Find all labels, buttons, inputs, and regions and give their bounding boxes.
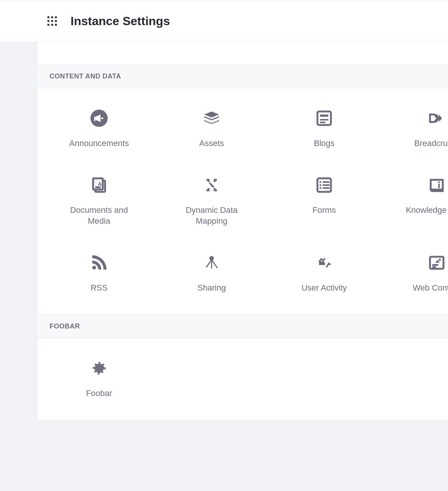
tile-dynamic-data-mapping[interactable]: Dynamic Data Mapping bbox=[155, 170, 268, 233]
documents-icon: A bbox=[90, 176, 108, 194]
tile-label: RSS bbox=[90, 282, 107, 294]
forms-icon bbox=[315, 176, 333, 194]
tile-foobar[interactable]: Foobar bbox=[43, 353, 155, 405]
topbar: Instance Settings bbox=[0, 0, 448, 42]
svg-rect-21 bbox=[323, 181, 329, 183]
tile-label: Forms bbox=[313, 205, 336, 216]
blog-icon bbox=[315, 109, 333, 127]
rss-icon bbox=[90, 254, 108, 272]
tile-web-content[interactable]: Web Content bbox=[380, 248, 448, 300]
grid-foobar: Foobar bbox=[38, 338, 448, 420]
tile-forms[interactable]: Forms bbox=[268, 170, 380, 233]
svg-rect-10 bbox=[101, 117, 103, 119]
svg-rect-13 bbox=[320, 119, 328, 120]
user-activity-icon bbox=[315, 254, 333, 272]
tile-label: Foobar bbox=[86, 388, 112, 399]
svg-rect-5 bbox=[55, 20, 57, 22]
tile-label: Knowledge Base bbox=[406, 205, 448, 216]
tile-knowledge-base[interactable]: Knowledge Base bbox=[380, 170, 448, 233]
svg-rect-26 bbox=[438, 181, 440, 183]
svg-rect-8 bbox=[55, 24, 57, 26]
datamap-icon bbox=[203, 176, 221, 194]
svg-rect-27 bbox=[438, 184, 440, 188]
stack-icon bbox=[203, 109, 221, 127]
tile-label: Breadcrumb bbox=[414, 138, 448, 149]
svg-rect-12 bbox=[320, 114, 328, 117]
gear-icon bbox=[90, 359, 108, 377]
svg-line-31 bbox=[206, 260, 212, 267]
section-header-content-and-data: CONTENT AND DATA bbox=[38, 65, 448, 88]
page-title: Instance Settings bbox=[71, 14, 170, 28]
tile-label: User Activity bbox=[301, 282, 347, 294]
tile-rss[interactable]: RSS bbox=[43, 248, 155, 300]
svg-rect-1 bbox=[51, 17, 53, 18]
grid-content-and-data: Announcements Assets Blog bbox=[38, 88, 448, 315]
tile-sharing[interactable]: Sharing bbox=[155, 248, 268, 300]
svg-point-24 bbox=[320, 187, 322, 189]
svg-point-29 bbox=[92, 266, 96, 270]
svg-rect-23 bbox=[323, 184, 329, 186]
tile-user-activity[interactable]: User Activity bbox=[268, 248, 380, 300]
svg-rect-0 bbox=[48, 17, 50, 18]
breadcrumb-icon bbox=[428, 109, 446, 127]
apps-menu-icon[interactable] bbox=[46, 15, 59, 27]
svg-point-35 bbox=[439, 259, 441, 261]
svg-rect-4 bbox=[51, 20, 53, 22]
svg-rect-25 bbox=[323, 187, 329, 189]
web-content-icon bbox=[428, 254, 446, 272]
svg-point-20 bbox=[320, 181, 322, 183]
svg-rect-2 bbox=[55, 17, 57, 18]
svg-point-22 bbox=[320, 184, 322, 186]
tile-assets[interactable]: Assets bbox=[155, 103, 268, 155]
panel-top-spacer bbox=[38, 42, 448, 65]
tile-label: Announcements bbox=[69, 138, 129, 149]
svg-rect-6 bbox=[48, 24, 50, 26]
tile-label: Documents and Media bbox=[58, 205, 140, 227]
tile-documents-and-media[interactable]: A Documents and Media bbox=[43, 170, 155, 233]
svg-rect-3 bbox=[48, 20, 50, 22]
section-header-foobar: FOOBAR bbox=[38, 315, 448, 338]
svg-rect-7 bbox=[51, 24, 53, 26]
svg-line-33 bbox=[212, 260, 217, 267]
megaphone-icon bbox=[90, 109, 108, 127]
tile-label: Sharing bbox=[197, 282, 226, 294]
svg-rect-14 bbox=[320, 122, 325, 123]
svg-text:A: A bbox=[98, 181, 102, 187]
content: CONTENT AND DATA Announcements Assets bbox=[38, 42, 448, 420]
tile-announcements[interactable]: Announcements bbox=[43, 103, 155, 155]
tile-label: Web Content bbox=[413, 282, 448, 294]
knowledge-icon bbox=[428, 176, 446, 194]
tile-label: Dynamic Data Mapping bbox=[170, 205, 253, 227]
tile-blogs[interactable]: Blogs bbox=[268, 103, 380, 155]
sharing-icon bbox=[203, 254, 221, 272]
tile-label: Blogs bbox=[314, 138, 334, 149]
tile-label: Assets bbox=[199, 138, 224, 149]
tile-breadcrumb[interactable]: Breadcrumb bbox=[380, 103, 448, 155]
